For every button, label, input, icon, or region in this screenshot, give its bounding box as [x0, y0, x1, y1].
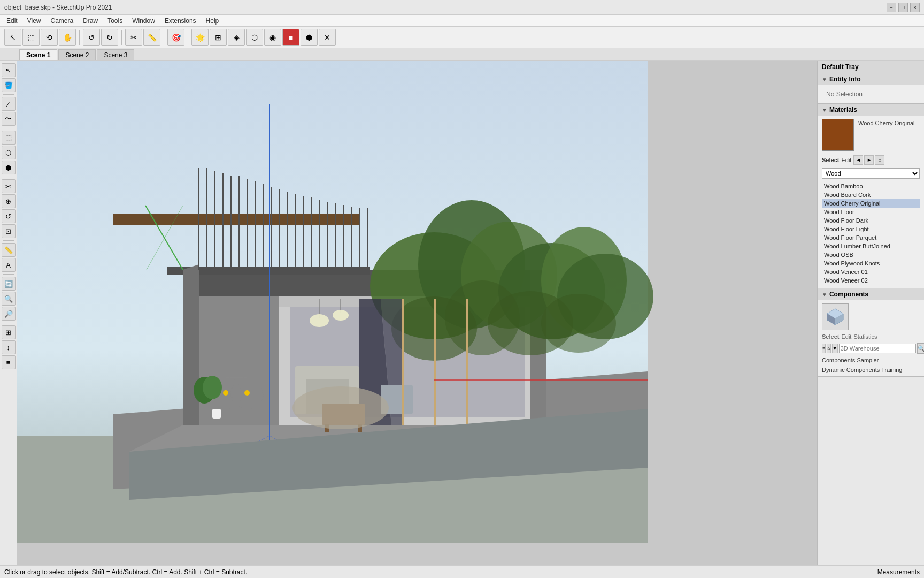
svg-point-49: [310, 314, 329, 327]
materials-header[interactable]: ▼ Materials: [818, 104, 924, 116]
view-mode-2[interactable]: ⬡: [246, 29, 263, 46]
left-orbit-tool[interactable]: 🔄: [2, 277, 16, 291]
left-polygon-tool[interactable]: ⬢: [2, 161, 16, 174]
comp-training-link[interactable]: Dynamic Components Training: [822, 367, 920, 373]
material-item-floor-light[interactable]: Wood Floor Light: [822, 225, 920, 233]
mat-nav-next[interactable]: ►: [864, 155, 874, 165]
right-panel: Default Tray ▼ Entity Info No Selection …: [817, 61, 924, 565]
comp-statistics-tab[interactable]: Statistics: [853, 333, 877, 340]
svg-rect-75: [402, 299, 404, 425]
materials-edit-tab[interactable]: Edit: [841, 157, 851, 163]
mat-nav-prev[interactable]: ◄: [853, 155, 863, 165]
left-arc-tool[interactable]: 〜: [2, 112, 16, 126]
title-bar: object_base.skp - SketchUp Pro 2021 − □ …: [0, 0, 924, 15]
material-item-osb[interactable]: Wood OSB: [822, 250, 920, 259]
material-swatch[interactable]: [822, 119, 854, 151]
material-item-floor-dark[interactable]: Wood Floor Dark: [822, 216, 920, 225]
left-zoom-extents[interactable]: 🔎: [2, 307, 16, 321]
components-title: Components: [829, 291, 868, 298]
menu-view[interactable]: View: [23, 16, 45, 26]
left-look-tool[interactable]: ≡: [2, 355, 16, 369]
pan-tool[interactable]: ✋: [59, 29, 76, 46]
materials-section: ▼ Materials Wood Cherry Original Select …: [818, 104, 924, 288]
left-text-tool[interactable]: A: [2, 258, 16, 272]
viewport[interactable]: [17, 61, 817, 565]
menu-window[interactable]: Window: [128, 16, 159, 26]
comp-sampler-link[interactable]: Components Sampler: [822, 357, 920, 363]
left-section-tool[interactable]: ⊞: [2, 325, 16, 339]
select-tool[interactable]: ↖: [4, 29, 21, 46]
material-item-board-cork[interactable]: Wood Board Cork: [822, 191, 920, 199]
left-sep-4: [3, 240, 14, 241]
svg-point-62: [292, 386, 389, 429]
left-select-tool[interactable]: ↖: [2, 63, 16, 77]
comp-home-icon[interactable]: ⌂: [827, 344, 830, 353]
render-fx[interactable]: 🌟: [191, 29, 209, 46]
left-walk-tool[interactable]: ↕: [2, 340, 16, 354]
entity-info-content: No Selection: [818, 85, 924, 103]
orbit-tool[interactable]: ⟲: [41, 29, 58, 46]
components-collapse-icon: ▼: [822, 292, 827, 298]
window-controls[interactable]: − □ ×: [887, 3, 920, 12]
undo-tool[interactable]: ↺: [83, 29, 100, 46]
minimize-button[interactable]: −: [887, 3, 896, 12]
comp-search-button[interactable]: 🔍: [917, 343, 924, 354]
materials-title: Materials: [829, 106, 857, 113]
close-button[interactable]: ×: [910, 3, 920, 12]
left-push-tool[interactable]: ✂: [2, 179, 16, 193]
render-settings[interactable]: ⊞: [210, 29, 227, 46]
comp-search-input[interactable]: [839, 344, 916, 353]
material-item-lumber[interactable]: Wood Lumber ButtJoined: [822, 242, 920, 250]
comp-list-icon[interactable]: ≡: [822, 344, 826, 353]
material-item-floor-parquet[interactable]: Wood Floor Parquet: [822, 233, 920, 242]
left-circle-tool[interactable]: ⬡: [2, 146, 16, 159]
material-item-veneer-01[interactable]: Wood Veneer 01: [822, 268, 920, 276]
left-zoom-tool[interactable]: 🔍: [2, 292, 16, 306]
material-item-cherry-original[interactable]: Wood Cherry Original: [822, 199, 920, 208]
left-scale-tool[interactable]: ⊡: [2, 224, 16, 238]
scene-tab-3[interactable]: Scene 3: [97, 49, 134, 60]
left-tape-tool[interactable]: 📏: [2, 243, 16, 257]
comp-edit-tab[interactable]: Edit: [841, 333, 851, 340]
view-mode-1[interactable]: ◈: [228, 29, 245, 46]
status-message: Click or drag to select objects. Shift =…: [4, 568, 247, 576]
menu-tools[interactable]: Tools: [103, 16, 127, 26]
left-rect-tool[interactable]: ⬚: [2, 131, 16, 144]
view-mode-solid[interactable]: ■: [282, 29, 299, 46]
measure-tool[interactable]: 📏: [143, 29, 160, 46]
cut-tool[interactable]: ✂: [125, 29, 142, 46]
view-mode-wire[interactable]: ⬢: [301, 29, 318, 46]
material-item-plywood-knots[interactable]: Wood Plywood Knots: [822, 259, 920, 268]
left-rotate-tool[interactable]: ↺: [2, 209, 16, 223]
menu-help[interactable]: Help: [202, 16, 224, 26]
mat-home[interactable]: ⌂: [875, 155, 884, 165]
materials-select-tab[interactable]: Select: [822, 157, 839, 163]
left-paint-tool[interactable]: 🪣: [2, 78, 16, 92]
material-item-veneer-02[interactable]: Wood Veneer 02: [822, 276, 920, 285]
material-item-floor[interactable]: Wood Floor: [822, 208, 920, 216]
menu-edit[interactable]: Edit: [2, 16, 22, 26]
menu-camera[interactable]: Camera: [46, 16, 78, 26]
left-move-tool[interactable]: ⊕: [2, 194, 16, 208]
materials-category-dropdown[interactable]: Wood: [822, 168, 920, 179]
view-mode-3[interactable]: ◉: [264, 29, 281, 46]
comp-select-tab[interactable]: Select: [822, 333, 839, 340]
scene-svg: [17, 61, 817, 565]
view-mode-x[interactable]: ✕: [319, 29, 336, 46]
redo-tool[interactable]: ↻: [101, 29, 118, 46]
comp-arrow-icon[interactable]: ▼: [832, 344, 838, 353]
scene-tab-2[interactable]: Scene 2: [58, 49, 96, 60]
left-line-tool[interactable]: ∕: [2, 97, 16, 111]
entity-info-header[interactable]: ▼ Entity Info: [818, 73, 924, 85]
maximize-button[interactable]: □: [898, 3, 908, 12]
menu-draw[interactable]: Draw: [79, 16, 102, 26]
component-tool[interactable]: ⬚: [22, 29, 40, 46]
scene-tab-1[interactable]: Scene 1: [19, 49, 57, 60]
components-header[interactable]: ▼ Components: [818, 288, 924, 300]
svg-rect-74: [212, 409, 221, 419]
no-selection-label: No Selection: [822, 88, 920, 100]
scenes-bar: Scene 1 Scene 2 Scene 3: [0, 48, 924, 61]
material-item-bamboo[interactable]: Wood Bamboo: [822, 182, 920, 191]
menu-extensions[interactable]: Extensions: [160, 16, 201, 26]
camera-views[interactable]: 🎯: [167, 29, 184, 46]
